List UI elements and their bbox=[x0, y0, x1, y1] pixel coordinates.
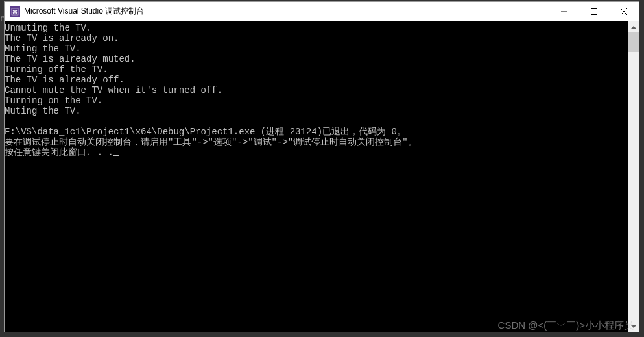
svg-text:⌘: ⌘ bbox=[12, 9, 18, 15]
console-line: Muting the TV. bbox=[5, 44, 628, 54]
svg-rect-3 bbox=[591, 8, 597, 14]
svg-marker-6 bbox=[631, 26, 636, 29]
console-line: The TV is already off. bbox=[5, 75, 628, 85]
scroll-up-arrow[interactable] bbox=[628, 21, 639, 32]
console-output[interactable]: Unmuting the TV.The TV is already on.Mut… bbox=[5, 21, 628, 332]
console-line: Cannot mute the TV when it's turned off. bbox=[5, 85, 628, 95]
close-button[interactable] bbox=[609, 2, 639, 21]
console-line bbox=[5, 116, 628, 127]
console-line: The TV is already on. bbox=[5, 33, 628, 44]
console-line: Turning off the TV. bbox=[5, 64, 628, 75]
vertical-scrollbar[interactable] bbox=[628, 21, 639, 332]
window-controls bbox=[549, 2, 639, 21]
content-area: Unmuting the TV.The TV is already on.Mut… bbox=[5, 21, 639, 332]
scroll-thumb[interactable] bbox=[628, 32, 639, 52]
svg-marker-7 bbox=[631, 325, 636, 328]
console-line: Muting the TV. bbox=[5, 106, 628, 116]
window-title: Microsoft Visual Studio 调试控制台 bbox=[24, 6, 549, 17]
console-line: F:\VS\data_1c1\Project1\x64\Debug\Projec… bbox=[5, 127, 628, 137]
scroll-down-arrow[interactable] bbox=[628, 321, 639, 332]
console-line: Unmuting the TV. bbox=[5, 23, 628, 33]
console-line: 要在调试停止时自动关闭控制台，请启用"工具"->"选项"->"调试"->"调试停… bbox=[5, 137, 628, 147]
console-window: ⌘ Microsoft Visual Studio 调试控制台 Unmuting… bbox=[4, 1, 639, 332]
console-line: Turning on the TV. bbox=[5, 95, 628, 106]
minimize-button[interactable] bbox=[549, 2, 579, 21]
console-line: The TV is already muted. bbox=[5, 54, 628, 64]
titlebar[interactable]: ⌘ Microsoft Visual Studio 调试控制台 bbox=[5, 2, 639, 21]
cursor bbox=[113, 155, 119, 156]
console-line: 按任意键关闭此窗口. . . bbox=[5, 147, 628, 158]
maximize-button[interactable] bbox=[579, 2, 609, 21]
app-icon: ⌘ bbox=[10, 6, 20, 17]
